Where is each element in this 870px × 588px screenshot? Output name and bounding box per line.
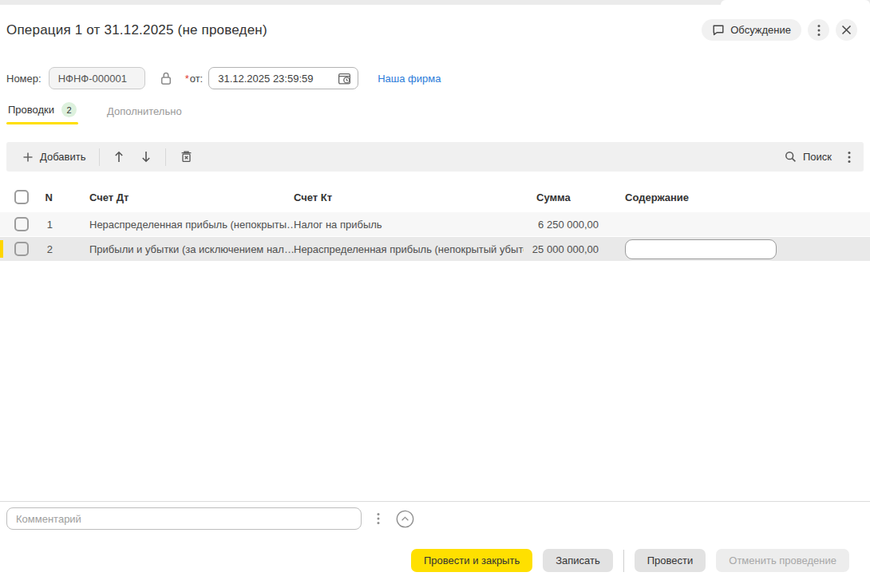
- header-actions: Обсуждение: [702, 19, 857, 41]
- move-row-up-button[interactable]: [105, 146, 132, 168]
- row-number: 1: [35, 219, 53, 231]
- table-row[interactable]: 1 Нераспределенная прибыль (непокрыты… Н…: [0, 212, 870, 236]
- document-header-fields: Номер: НФНФ-000001 *от: 31.12.2025 23:59…: [6, 67, 441, 89]
- header: Операция 1 от 31.12.2025 (не проведен) О…: [6, 19, 857, 41]
- credit-account-cell: Налог на прибыль: [294, 219, 524, 231]
- search-label: Поиск: [803, 151, 832, 163]
- header-menu-button[interactable]: [808, 19, 829, 41]
- date-field[interactable]: 31.12.2025 23:59:59: [208, 67, 358, 89]
- kebab-icon: [848, 151, 851, 164]
- toolbar-more-button[interactable]: [843, 146, 856, 168]
- save-button[interactable]: Записать: [543, 549, 613, 572]
- row-checkbox[interactable]: [14, 242, 29, 256]
- column-header-content: Содержание: [623, 191, 849, 203]
- discussion-button-label: Обсуждение: [730, 24, 791, 36]
- amount-cell: 25 000 000,00: [524, 243, 599, 255]
- comment-area: [6, 507, 414, 530]
- operation-document-window: Операция 1 от 31.12.2025 (не проведен) О…: [0, 0, 870, 588]
- table-row-selected[interactable]: 2 Прибыли и убытки (за исключением нал… …: [0, 237, 870, 261]
- tab-provodki-label: Проводки: [8, 104, 54, 116]
- content-cell: [623, 239, 849, 259]
- header-checkbox-cell: [0, 190, 35, 204]
- search-button[interactable]: Поиск: [777, 146, 840, 168]
- row-checkbox-cell: [0, 217, 35, 231]
- search-icon: [785, 151, 797, 163]
- organization-link[interactable]: Наша фирма: [378, 73, 441, 85]
- tab-dopolnitelno-label: Дополнительно: [107, 105, 182, 117]
- column-header-credit: Счет Кт: [294, 191, 524, 203]
- discussion-button[interactable]: Обсуждение: [702, 19, 801, 41]
- post-and-close-button[interactable]: Провести и закрыть: [411, 549, 532, 572]
- debit-account-cell: Нераспределенная прибыль (непокрыты…: [89, 219, 294, 231]
- comment-more-button[interactable]: [374, 509, 383, 528]
- current-row-marker: [0, 240, 3, 258]
- number-field: НФНФ-000001: [49, 67, 145, 89]
- number-label: Номер:: [6, 73, 42, 85]
- postings-table: N Счет Дт Счет Кт Сумма Содержание 1 Нер…: [0, 185, 870, 261]
- column-header-n: N: [35, 191, 53, 203]
- delete-row-button[interactable]: [172, 146, 201, 168]
- kebab-icon: [817, 24, 821, 37]
- move-row-down-button[interactable]: [132, 146, 160, 168]
- row-checkbox-cell: [0, 242, 35, 256]
- credit-account-cell: Нераспределенная прибыль (непокрытый убы…: [294, 243, 524, 255]
- trash-icon: [180, 150, 193, 164]
- tab-bar: Проводки 2 Дополнительно: [6, 102, 184, 124]
- row-checkbox[interactable]: [14, 217, 29, 231]
- tab-provodki-badge: 2: [61, 102, 77, 117]
- collapse-panel-button[interactable]: [396, 510, 414, 528]
- required-mark: *: [185, 73, 189, 85]
- tab-dopolnitelno[interactable]: Дополнительно: [105, 105, 184, 124]
- close-button[interactable]: [836, 19, 857, 41]
- lock-icon: [160, 71, 172, 86]
- date-value: 31.12.2025 23:59:59: [218, 73, 313, 85]
- undo-posting-button: Отменить проведение: [716, 549, 849, 572]
- row-number: 2: [35, 243, 53, 255]
- column-header-debit: Счет Дт: [89, 191, 294, 203]
- debit-account-cell: Прибыли и убытки (за исключением нал…: [89, 243, 294, 255]
- active-window-tab: [721, 0, 870, 5]
- add-row-button[interactable]: Добавить: [14, 146, 93, 168]
- comment-input[interactable]: [6, 507, 362, 530]
- kebab-icon: [377, 512, 380, 525]
- toolbar-right-group: Поиск: [777, 146, 856, 168]
- calendar-icon[interactable]: [338, 72, 351, 85]
- chevron-up-circle-icon: [396, 510, 414, 528]
- arrow-down-icon: [140, 150, 152, 164]
- page-title: Операция 1 от 31.12.2025 (не проведен): [6, 22, 267, 38]
- content-edit-input[interactable]: [625, 239, 777, 259]
- toolbar-separator: [99, 148, 100, 166]
- amount-cell: 6 250 000,00: [524, 219, 599, 231]
- footer-divider: [0, 501, 870, 502]
- select-all-checkbox[interactable]: [14, 190, 29, 204]
- tab-provodki[interactable]: Проводки 2: [6, 102, 78, 124]
- table-header-row: N Счет Дт Счет Кт Сумма Содержание: [0, 185, 870, 209]
- date-label: *от:: [185, 73, 204, 85]
- window-top-strip: [0, 0, 870, 5]
- footer-separator: [623, 550, 624, 572]
- number-value: НФНФ-000001: [58, 73, 127, 85]
- table-toolbar: Добавить: [6, 142, 864, 172]
- close-icon: [841, 25, 852, 35]
- arrow-up-icon: [113, 150, 125, 164]
- post-button[interactable]: Провести: [635, 549, 706, 572]
- column-header-amount: Сумма: [524, 191, 599, 203]
- toolbar-separator: [165, 148, 166, 166]
- footer-actions: Провести и закрыть Записать Провести Отм…: [411, 549, 849, 572]
- plus-icon: [22, 152, 34, 163]
- speech-bubble-icon: [712, 24, 725, 36]
- add-row-label: Добавить: [40, 151, 85, 163]
